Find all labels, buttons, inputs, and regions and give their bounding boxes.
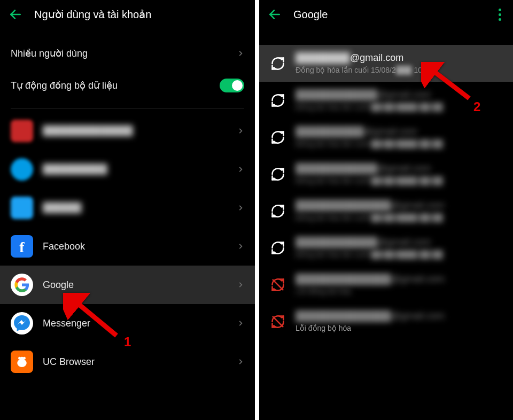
svg-line-7 — [273, 316, 283, 326]
ucbrowser-label: UC Browser — [43, 356, 95, 368]
google-account-row-redacted[interactable]: ████████████@gmail.comĐồng bộ hóa lần cu… — [259, 155, 513, 192]
app-icon — [11, 158, 33, 181]
header: Google — [259, 0, 513, 29]
account-row-redacted[interactable]: ██████████ — [0, 150, 255, 189]
chevron-right-icon — [237, 279, 244, 290]
svg-point-4 — [23, 357, 26, 360]
page-title: Google — [293, 9, 328, 21]
section-divider — [11, 108, 244, 108]
account-row-ucbrowser[interactable]: UC Browser — [0, 343, 255, 381]
chevron-right-icon — [237, 318, 244, 329]
account-row-redacted[interactable]: ██████ — [0, 189, 255, 227]
app-icon — [11, 120, 33, 142]
account-row-redacted[interactable]: ██████████████ — [0, 112, 255, 150]
google-icon — [11, 274, 33, 296]
account-label-redacted: ██████████████ — [43, 126, 133, 136]
multiple-users-row[interactable]: Nhiều người dùng — [0, 37, 255, 69]
back-arrow-icon[interactable] — [9, 7, 22, 21]
google-account-row-error[interactable]: ██████████████@gmail.comLỗi đồng bộ hóa — [259, 266, 513, 303]
chevron-right-icon — [237, 356, 244, 367]
google-account-row[interactable]: ████████@gmail.com Đồng bộ hóa lần cuối … — [259, 45, 513, 82]
auto-sync-toggle[interactable] — [220, 79, 244, 92]
users-accounts-screen: Người dùng và tài khoản Nhiều người dùng… — [0, 0, 255, 420]
account-email: ████████@gmail.com — [296, 52, 432, 64]
back-arrow-icon[interactable] — [268, 7, 282, 21]
google-account-row-redacted[interactable]: ██████████@gmail.comĐồng bộ hóa lần cuối… — [259, 119, 513, 155]
page-title: Người dùng và tài khoản — [34, 8, 151, 21]
google-account-row-error[interactable]: ██████████████@gmail.com Lỗi đồng bộ hóa — [259, 303, 513, 340]
sync-error-icon — [270, 277, 286, 293]
chevron-right-icon — [237, 48, 244, 59]
sync-error-icon — [270, 314, 286, 330]
facebook-icon: f — [11, 235, 33, 258]
overflow-menu-icon[interactable] — [499, 9, 504, 21]
messenger-label: Messenger — [43, 318, 90, 329]
account-row-facebook[interactable]: f Facebook — [0, 227, 255, 266]
account-row-google[interactable]: Google — [0, 266, 255, 304]
app-icon — [11, 197, 33, 219]
account-label-redacted: ██████████ — [43, 164, 107, 175]
sync-icon — [270, 240, 286, 256]
google-account-row-redacted[interactable]: ████████████@gmail.comĐồng bộ hóa lần cu… — [259, 229, 513, 266]
multiple-users-label: Nhiều người dùng — [11, 48, 88, 59]
account-label-redacted: ██████ — [43, 203, 81, 213]
sync-icon — [270, 203, 286, 219]
google-account-row-redacted[interactable]: ██████████████@gmail.comĐồng bộ hóa lần … — [259, 192, 513, 229]
last-sync-text: Đồng bộ hóa lần cuối 15/08/2███ 10:31 — [296, 66, 432, 74]
sync-icon — [270, 129, 286, 145]
facebook-label: Facebook — [43, 241, 85, 252]
svg-point-3 — [18, 357, 21, 360]
auto-sync-row[interactable]: Tự động đồng bộ dữ liệu — [0, 69, 255, 102]
google-accounts-screen: Google ████████@gmail.com Đồng bộ hóa lầ… — [259, 0, 513, 420]
account-row-messenger[interactable]: Messenger — [0, 304, 255, 343]
sync-icon — [270, 166, 286, 182]
tutorial-screenshot: Người dùng và tài khoản Nhiều người dùng… — [0, 0, 513, 420]
messenger-icon — [11, 312, 33, 335]
header: Người dùng và tài khoản — [0, 0, 255, 29]
svg-line-6 — [273, 279, 283, 290]
google-label: Google — [43, 279, 74, 291]
ucbrowser-icon — [11, 351, 33, 373]
chevron-right-icon — [237, 241, 244, 252]
chevron-right-icon — [237, 164, 244, 175]
chevron-right-icon — [237, 203, 244, 213]
sync-icon — [270, 92, 286, 108]
google-account-row-redacted[interactable]: ████████████@gmail.comĐồng bộ hóa lần cu… — [259, 82, 513, 119]
auto-sync-label: Tự động đồng bộ dữ liệu — [11, 80, 118, 91]
sync-icon — [270, 56, 286, 72]
sync-error-label: Lỗi đồng bộ hóa — [296, 324, 445, 332]
chevron-right-icon — [237, 126, 244, 136]
panel-separator — [255, 0, 259, 420]
